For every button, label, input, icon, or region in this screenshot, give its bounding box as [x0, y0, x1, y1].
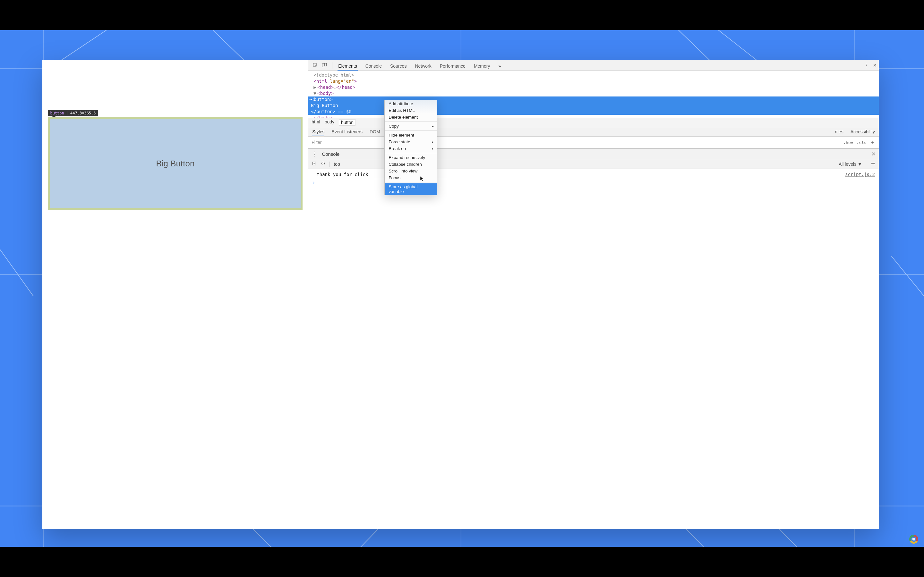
rendered-page-pane: button | 447.3×365.5 Big Button [42, 60, 309, 529]
console-drawer: ⋮ Console ✕ top All levels ▼ than [309, 148, 879, 529]
slide-background: button | 447.3×365.5 Big Button Elements [0, 30, 924, 547]
tab-elements[interactable]: Elements [338, 61, 357, 71]
ctx-scroll-into-view[interactable]: Scroll into view [384, 168, 437, 174]
ctx-store-as-global-variable[interactable]: Store as global variable [384, 183, 437, 195]
tab-console[interactable]: Console [365, 61, 383, 71]
crumb-body[interactable]: body [325, 119, 334, 126]
kebab-icon[interactable]: ⋮ [864, 63, 869, 68]
subtab-properties-trunc[interactable]: rties [835, 129, 843, 136]
ctx-add-attribute[interactable]: Add attribute [384, 100, 437, 107]
devtools-toolbar: Elements Console Sources Network Perform… [309, 60, 879, 71]
subtab-styles[interactable]: Styles [312, 129, 325, 136]
tooltip-tag: button [50, 111, 64, 115]
drawer-kebab-icon[interactable]: ⋮ [312, 150, 317, 157]
chrome-logo-icon [909, 535, 918, 544]
svg-line-17 [891, 256, 924, 296]
tab-sources[interactable]: Sources [389, 61, 407, 71]
context-menu[interactable]: Add attributeEdit as HTMLDelete elementC… [384, 100, 437, 195]
ctx-edit-as-html[interactable]: Edit as HTML [384, 107, 437, 114]
close-devtools-icon[interactable]: ✕ [873, 63, 877, 68]
tab-overflow[interactable]: » [498, 61, 501, 71]
mouse-cursor-icon [420, 176, 425, 181]
tab-network[interactable]: Network [414, 61, 432, 71]
devtools-tabs: Elements Console Sources Network Perform… [338, 60, 863, 71]
ctx-hide-element[interactable]: Hide element [384, 132, 437, 139]
device-toggle-icon[interactable] [320, 61, 328, 69]
hov-toggle[interactable]: :hov [843, 140, 853, 145]
tab-memory[interactable]: Memory [473, 61, 491, 71]
svg-point-24 [872, 163, 874, 164]
crumb-html[interactable]: html [312, 119, 320, 126]
ctx-break-on[interactable]: Break on [384, 145, 437, 152]
ctx-focus[interactable]: Focus [384, 174, 437, 181]
svg-line-16 [0, 250, 33, 296]
inspect-icon[interactable] [312, 61, 319, 69]
big-button[interactable]: Big Button [48, 117, 302, 210]
execute-icon[interactable] [312, 161, 317, 167]
tab-performance[interactable]: Performance [439, 61, 466, 71]
cls-toggle[interactable]: .cls [857, 140, 867, 145]
ctx-collapse-children[interactable]: Collapse children [384, 161, 437, 168]
subtab-event-listeners[interactable]: Event Listeners [331, 129, 363, 136]
log-levels[interactable]: All levels ▼ [838, 161, 862, 167]
ctx-force-state[interactable]: Force state [384, 139, 437, 145]
drawer-close-icon[interactable]: ✕ [871, 151, 876, 157]
clear-console-icon[interactable] [320, 161, 326, 167]
big-button-label: Big Button [156, 159, 194, 169]
tooltip-dims: 447.3×365.5 [70, 111, 95, 115]
crumb-button[interactable]: button [339, 119, 356, 126]
add-rule-icon[interactable]: ＋ [870, 139, 876, 146]
ctx-delete-element[interactable]: Delete element [384, 114, 437, 121]
log-source[interactable]: script.js:2 [845, 172, 875, 177]
drawer-title: Console [322, 151, 339, 157]
svg-line-23 [322, 163, 325, 165]
ctx-expand-recursively[interactable]: Expand recursively [384, 154, 437, 161]
app-window: button | 447.3×365.5 Big Button Elements [42, 60, 879, 529]
console-output[interactable]: thank you for click script.js:2 › [309, 169, 879, 529]
inspect-tooltip: button | 447.3×365.5 [48, 110, 98, 116]
devtools-pane: Elements Console Sources Network Perform… [309, 60, 879, 529]
console-settings-icon[interactable] [871, 161, 876, 167]
ctx-copy[interactable]: Copy [384, 123, 437, 129]
subtab-dom-breakpoints-trunc[interactable]: DOM [370, 129, 380, 136]
context-selector[interactable]: top [334, 161, 340, 167]
subtab-accessibility[interactable]: Accessibility [851, 129, 875, 136]
